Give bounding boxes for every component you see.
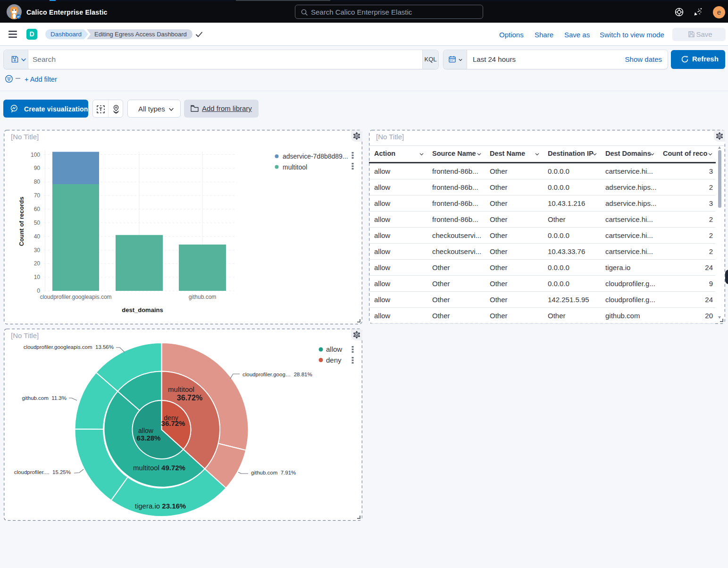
svg-text:deny: deny [326, 356, 342, 364]
svg-text:cloudprofiler.googleapis.com: cloudprofiler.googleapis.com 13.56% [24, 344, 114, 350]
svg-text:20: 20 [34, 260, 41, 267]
svg-text:70: 70 [34, 192, 41, 199]
svg-text:dest_domains: dest_domains [122, 306, 163, 314]
svg-text:allow: allow [326, 345, 342, 353]
svg-text:multitool: multitool [283, 163, 307, 171]
svg-text:30: 30 [34, 247, 41, 254]
svg-text:0: 0 [37, 288, 40, 294]
svg-text:40: 40 [34, 233, 41, 240]
svg-text:80: 80 [34, 178, 41, 185]
svg-text:github.com 7.91%: github.com 7.91% [251, 470, 296, 475]
svg-text:github.com 11.3%: github.com 11.3% [22, 395, 67, 401]
svg-text:cloudprofiler.... 15.25%: cloudprofiler.... 15.25% [14, 469, 71, 475]
svg-text:36.72%: 36.72% [177, 394, 202, 402]
svg-text:60: 60 [34, 206, 41, 212]
svg-text:100: 100 [31, 152, 40, 158]
svg-text:tigera.io 23.16%: tigera.io 23.16% [135, 502, 186, 510]
svg-text:36.72%: 36.72% [161, 419, 185, 427]
svg-text:63.28%: 63.28% [137, 434, 161, 442]
svg-text:90: 90 [34, 165, 41, 171]
svg-text:50: 50 [34, 220, 41, 226]
svg-text:Count of records: Count of records [18, 197, 25, 246]
svg-text:multitool 49.72%: multitool 49.72% [133, 464, 185, 472]
svg-text:10: 10 [34, 274, 41, 280]
svg-text:github.com: github.com [189, 294, 217, 300]
svg-text:adservice-7d8b8d89...: adservice-7d8b8d89... [283, 153, 348, 160]
svg-text:cloudprofiler.googleapis.com: cloudprofiler.googleapis.com [40, 294, 111, 300]
svg-text:multitool: multitool [168, 385, 194, 393]
svg-text:cloudprofiler.goog… 28.81%: cloudprofiler.goog… 28.81% [243, 372, 312, 377]
